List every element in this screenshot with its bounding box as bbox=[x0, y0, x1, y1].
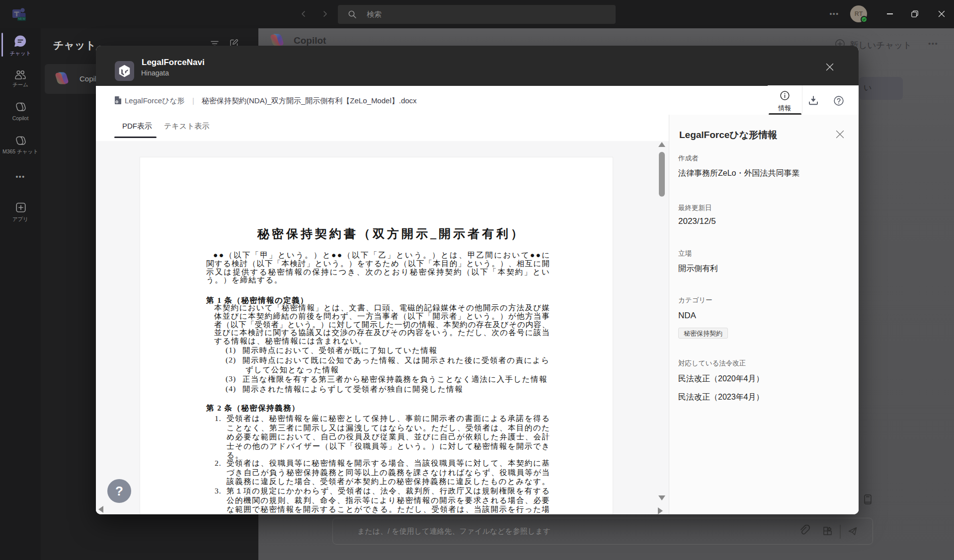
svg-text:NEW: NEW bbox=[18, 17, 26, 20]
